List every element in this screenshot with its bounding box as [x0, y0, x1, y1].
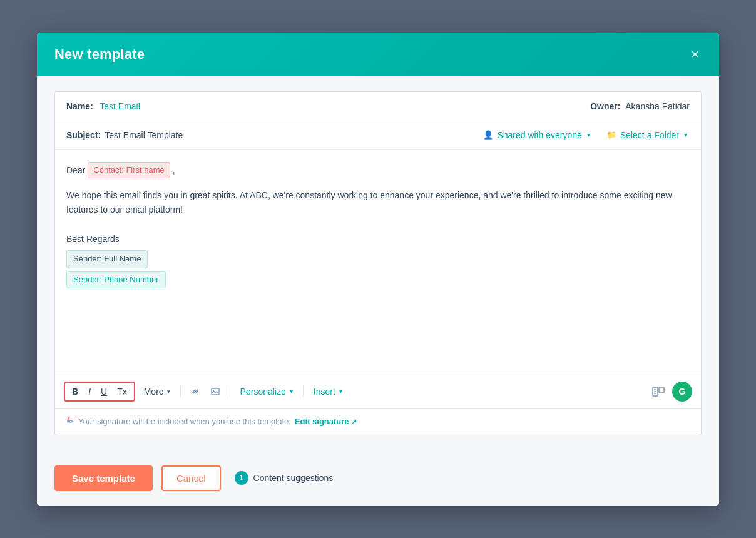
insert-button[interactable]: Insert ▾	[309, 383, 347, 400]
modal-header: New template ×	[37, 33, 719, 76]
dear-text: Dear	[66, 163, 85, 177]
more-label: More	[144, 387, 164, 397]
folder-chevron-icon: ▾	[684, 131, 687, 138]
svg-rect-5	[212, 388, 219, 395]
toolbar-separator-2	[230, 386, 230, 397]
insert-chevron-icon: ▾	[339, 388, 342, 395]
toolbar-separator-1	[180, 386, 181, 397]
modal-footer: Save template Cancel 1 Content suggestio…	[37, 453, 719, 506]
contact-first-name-token[interactable]: Contact: First name	[88, 162, 170, 179]
owner-label: Owner:	[590, 101, 620, 111]
bold-button[interactable]: B	[68, 384, 83, 399]
signature-section: Best Regards Sender: Full Name Sender: P…	[66, 232, 690, 288]
personalize-label: Personalize	[240, 387, 286, 397]
personalize-chevron-icon: ▾	[290, 388, 293, 395]
editor-container: Name: Test Email Owner: Akansha Patidar …	[54, 91, 702, 435]
save-template-button[interactable]: Save template	[54, 465, 153, 491]
close-button[interactable]: ×	[688, 45, 702, 64]
content-suggestions-badge: 1 Content suggestions	[235, 471, 334, 485]
insert-label: Insert	[314, 387, 335, 397]
folder-icon: 📁	[606, 130, 616, 140]
clear-format-button[interactable]: Tx	[113, 384, 131, 399]
edit-signature-link[interactable]: Edit signature ↗	[295, 417, 357, 426]
owner-section: Owner: Akansha Patidar	[590, 101, 690, 111]
ai-icons: G	[650, 382, 692, 402]
dear-line: Dear Contact: First name ,	[66, 162, 690, 179]
content-area[interactable]: Dear Contact: First name , We hope this …	[55, 150, 701, 375]
formatting-toolbar: B I U Tx More ▾	[55, 375, 701, 408]
subject-left: Subject: Test Email Template	[66, 130, 183, 140]
italic-button[interactable]: I	[84, 384, 95, 399]
name-value[interactable]: Test Email	[100, 101, 140, 111]
cancel-button[interactable]: Cancel	[161, 465, 221, 491]
modal-body: Name: Test Email Owner: Akansha Patidar …	[37, 76, 719, 453]
name-row: Name: Test Email Owner: Akansha Patidar	[55, 92, 701, 121]
modal-overlay: New template × Name: Test Email Owner: A…	[0, 0, 756, 538]
people-icon: 👤	[483, 130, 493, 140]
select-folder-button[interactable]: 📁 Select a Folder ▾	[604, 129, 690, 141]
shared-label: Shared with everyone	[497, 130, 581, 140]
underline-button[interactable]: U	[96, 384, 111, 399]
owner-value: Akansha Patidar	[625, 101, 690, 111]
folder-label: Select a Folder	[620, 130, 679, 140]
sender-phone-token[interactable]: Sender: Phone Number	[66, 271, 166, 289]
more-button[interactable]: More ▾	[139, 383, 175, 400]
personalize-button[interactable]: Personalize ▾	[235, 383, 298, 400]
toolbar-separator-3	[303, 386, 304, 397]
subject-label: Subject:	[66, 130, 101, 140]
signature-note: ✒ Your signature will be included when y…	[55, 408, 701, 435]
name-section: Name: Test Email	[66, 101, 140, 112]
new-template-modal: New template × Name: Test Email Owner: A…	[37, 33, 719, 506]
subject-row: Subject: Test Email Template 👤 Shared wi…	[55, 121, 701, 150]
name-label: Name:	[66, 101, 93, 111]
more-chevron-icon: ▾	[167, 388, 170, 395]
signature-icon: ✒	[66, 416, 74, 427]
image-button[interactable]	[206, 383, 225, 400]
link-button[interactable]	[186, 383, 205, 400]
signature-note-text: Your signature will be included when you…	[78, 417, 291, 426]
toolbar-area: G B I U Tx More ▾	[55, 375, 701, 408]
svg-rect-1	[659, 387, 664, 393]
dear-comma: ,	[173, 163, 175, 177]
external-link-icon: ↗	[351, 418, 357, 425]
ai-text-icon[interactable]	[650, 383, 667, 400]
grammarly-icon[interactable]: G	[672, 382, 692, 402]
subject-value[interactable]: Test Email Template	[105, 130, 183, 140]
suggestions-label: Content suggestions	[253, 473, 334, 483]
body-text: We hope this email finds you in great sp…	[66, 188, 690, 217]
best-regards: Best Regards	[66, 232, 690, 246]
sender-fullname-token[interactable]: Sender: Full Name	[66, 250, 148, 268]
suggestions-count: 1	[235, 471, 248, 485]
format-group: B I U Tx	[64, 382, 135, 402]
subject-right: 👤 Shared with everyone ▾ 📁 Select a Fold…	[481, 129, 690, 141]
shared-with-everyone-button[interactable]: 👤 Shared with everyone ▾	[481, 129, 592, 141]
shared-chevron-icon: ▾	[587, 131, 590, 138]
modal-title: New template	[54, 46, 145, 63]
